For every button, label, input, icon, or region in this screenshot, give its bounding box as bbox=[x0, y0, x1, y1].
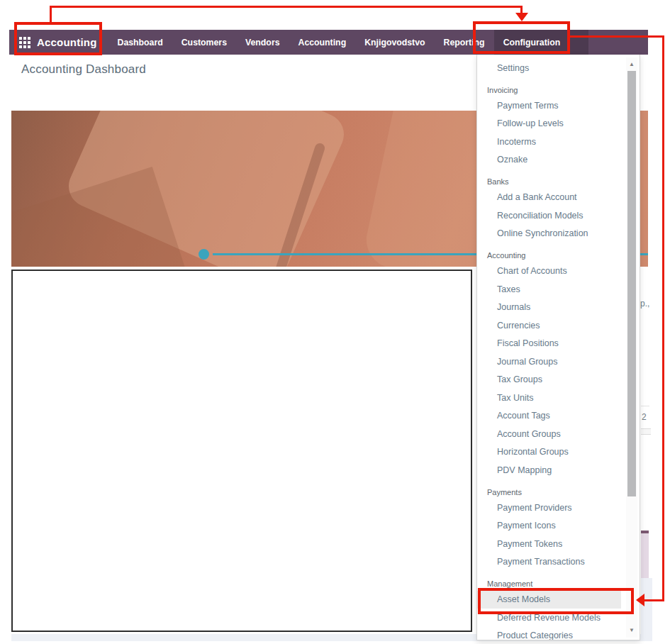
menu-item-chart-of-accounts[interactable]: Chart of Accounts bbox=[477, 262, 621, 281]
background-text-fragment: p., bbox=[640, 299, 649, 309]
apps-grid-icon[interactable] bbox=[19, 37, 30, 48]
menu-item-asset-models[interactable]: Asset Models bbox=[477, 591, 621, 609]
menu-item-payment-icons[interactable]: Payment Icons bbox=[477, 517, 621, 535]
page-title: Accounting Dashboard bbox=[21, 62, 146, 77]
scrollbar-up-icon[interactable]: ▲ bbox=[626, 59, 637, 70]
menu-item-journal-groups[interactable]: Journal Groups bbox=[477, 352, 621, 371]
nav-item-configuration[interactable]: Configuration bbox=[494, 30, 589, 55]
menu-item-incoterms[interactable]: Incoterms bbox=[477, 133, 621, 151]
menu-item-product-categories[interactable]: Product Categories bbox=[477, 627, 621, 641]
annotation-arrow-down-icon bbox=[515, 13, 528, 21]
menu-item-tax-groups[interactable]: Tax Groups bbox=[477, 371, 621, 389]
top-navbar: Accounting DashboardCustomersVendorsAcco… bbox=[9, 30, 648, 55]
background-card-fragment bbox=[641, 533, 649, 578]
menu-item-account-tags[interactable]: Account Tags bbox=[477, 407, 621, 426]
apps-menu-brand[interactable]: Accounting bbox=[9, 30, 108, 55]
nav-item-dashboard[interactable]: Dashboard bbox=[108, 30, 172, 55]
menu-item-fiscal-positions[interactable]: Fiscal Positions bbox=[477, 335, 621, 353]
menu-item-oznake[interactable]: Oznake bbox=[477, 151, 621, 170]
annotation-line bbox=[50, 6, 523, 8]
background-text-fragment: 2 bbox=[642, 412, 647, 422]
app-name-label: Accounting bbox=[37, 36, 97, 48]
annotation-line bbox=[662, 35, 664, 601]
menu-item-currencies[interactable]: Currencies bbox=[477, 316, 621, 335]
menu-item-horizontal-groups[interactable]: Horizontal Groups bbox=[477, 443, 621, 462]
configuration-dropdown-menu: SettingsInvoicingPayment TermsFollow-up … bbox=[476, 55, 640, 640]
background-cell-fragment bbox=[641, 428, 651, 435]
nav-item-customers[interactable]: Customers bbox=[172, 30, 236, 55]
menu-item-settings[interactable]: Settings bbox=[477, 59, 621, 77]
main-menu-bar: DashboardCustomersVendorsAccountingKnjig… bbox=[108, 30, 589, 55]
nav-item-vendors[interactable]: Vendors bbox=[236, 30, 289, 55]
nav-item-reporting[interactable]: Reporting bbox=[435, 30, 494, 55]
menu-item-reconciliation-models[interactable]: Reconciliation Models bbox=[477, 206, 621, 225]
configuration-menu-list: SettingsInvoicingPayment TermsFollow-up … bbox=[477, 59, 640, 640]
menu-item-payment-terms[interactable]: Payment Terms bbox=[477, 96, 621, 115]
menu-item-deferred-revenue-models[interactable]: Deferred Revenue Models bbox=[477, 609, 621, 627]
menu-item-add-a-bank-account[interactable]: Add a Bank Account bbox=[477, 189, 621, 207]
redacted-content-box bbox=[11, 270, 472, 632]
onboarding-step-dot bbox=[199, 249, 209, 260]
scrollbar-down-icon[interactable]: ▼ bbox=[626, 625, 637, 636]
background-card-fragment bbox=[641, 578, 652, 640]
app-window: Accounting DashboardCustomersVendorsAcco… bbox=[0, 0, 670, 644]
scrollbar-thumb[interactable] bbox=[627, 71, 636, 496]
menu-item-journals[interactable]: Journals bbox=[477, 299, 621, 317]
menu-item-follow-up-levels[interactable]: Follow-up Levels bbox=[477, 115, 621, 133]
menu-item-taxes[interactable]: Taxes bbox=[477, 280, 621, 299]
nav-item-accounting[interactable]: Accounting bbox=[289, 30, 356, 55]
menu-item-payment-tokens[interactable]: Payment Tokens bbox=[477, 535, 621, 553]
menu-item-payment-transactions[interactable]: Payment Transactions bbox=[477, 553, 621, 572]
annotation-line bbox=[50, 6, 52, 22]
nav-item-knjigovodstvo[interactable]: Knjigovodstvo bbox=[355, 30, 434, 55]
background-divider bbox=[641, 406, 649, 406]
annotation-line bbox=[520, 6, 523, 14]
menu-item-online-synchronization[interactable]: Online Synchronization bbox=[477, 225, 621, 243]
menu-item-account-groups[interactable]: Account Groups bbox=[477, 425, 621, 443]
menu-item-tax-units[interactable]: Tax Units bbox=[477, 389, 621, 407]
dropdown-scrollbar[interactable]: ▲ ▼ bbox=[626, 57, 637, 638]
menu-item-payment-providers[interactable]: Payment Providers bbox=[477, 499, 621, 517]
menu-item-pdv-mapping[interactable]: PDV Mapping bbox=[477, 461, 621, 479]
